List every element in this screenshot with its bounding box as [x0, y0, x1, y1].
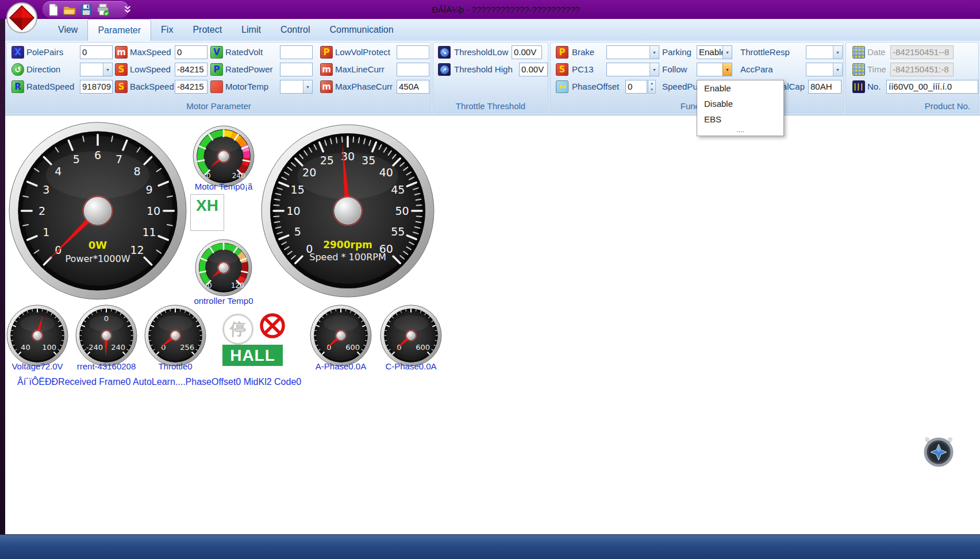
svg-text:40: 40	[379, 166, 393, 179]
svg-text:7: 7	[116, 153, 122, 165]
gauge-current: -2400240	[71, 300, 141, 371]
follow-dropdown-list[interactable]: EnableDisableEBS....	[697, 80, 784, 136]
field-motortemp-dropdown-arrow[interactable]: ▼	[303, 80, 312, 93]
stop-indicator: 停	[222, 314, 253, 345]
arrow-circle-icon: ↗	[440, 65, 449, 74]
field-follow-label: Follow	[662, 62, 695, 77]
application-window: ĐÂÎÄ¼þ - ????????????-?????????? ViewPar…	[0, 0, 980, 559]
field-maxlinecurr-input[interactable]	[397, 63, 429, 76]
field-direction-value	[80, 63, 103, 76]
field-motortemp-combo[interactable]: ▼	[280, 80, 313, 94]
field-lowspeed-label: LowSpeed	[130, 62, 174, 77]
gauge-c-phase-label: C-Phase0.0A	[368, 361, 454, 372]
application-menu-button[interactable]	[6, 2, 38, 34]
field-thresholdhigh-icon: ↗	[438, 63, 451, 76]
field-brake-combo[interactable]: ▼	[606, 45, 659, 59]
field-accpara-dropdown-arrow[interactable]: ▼	[833, 63, 842, 76]
field-brake-dropdown-arrow[interactable]: ▼	[650, 46, 659, 59]
field-throttleresp-combo[interactable]: ▼	[806, 45, 843, 59]
field-throttleresp-dropdown-arrow[interactable]: ▼	[833, 46, 842, 59]
field-date-icon	[852, 46, 865, 59]
field-lowspeed-input[interactable]: -84215	[175, 63, 207, 76]
field-thresholdlow-icon: ↘	[438, 46, 451, 59]
field-thresholdhigh-input[interactable]: 0.00V	[519, 63, 548, 76]
status-line: Âí´ïÔËÐÐReceived Frame0 AutoLearn....Pha…	[17, 377, 301, 387]
field-polepairs-icon: X	[11, 46, 24, 59]
field-ratedvolt-input[interactable]	[280, 45, 313, 59]
field-backspeed-icon: S	[115, 80, 128, 93]
svg-text:3: 3	[43, 183, 49, 196]
field-follow-dropdown-arrow[interactable]: ▼	[722, 63, 732, 76]
field-pc13-dropdown-arrow[interactable]: ▼	[650, 63, 659, 76]
field-ratedspeed-input[interactable]: 918709	[80, 80, 113, 94]
gauge-speed: 0510152025303540455055602900rpmSpeed * 1…	[257, 120, 439, 302]
svg-text:5: 5	[73, 153, 80, 165]
field-ratedpower-input[interactable]	[280, 63, 313, 76]
field-follow-value	[697, 63, 722, 76]
field-date-input[interactable]: -842150451--8	[890, 45, 954, 59]
stop-character: 停	[230, 318, 246, 340]
field-phaseoffset-spin-up-button[interactable]: ▲	[648, 80, 655, 87]
field-maxphasecurr-label: MaxPhaseCurr	[335, 79, 396, 94]
field-totalcap-input[interactable]: 80AH	[808, 80, 841, 94]
svg-text:256: 256	[180, 343, 194, 352]
field-phaseoffset-icon: ↔	[556, 80, 568, 93]
field-maxspeed-label: MaxSpeed	[130, 45, 174, 60]
dropdown-more-indicator[interactable]: ....	[697, 127, 783, 136]
dropdown-option-ebs[interactable]: EBS	[697, 111, 783, 127]
svg-text:240: 240	[232, 172, 245, 180]
hall-status-badge: HALL	[222, 345, 283, 366]
field-no-input[interactable]: íí60V0_00_ííí.í.0	[886, 80, 978, 94]
field-parking-label: Parking	[662, 45, 695, 60]
svg-text:10: 10	[286, 205, 300, 217]
svg-text:40: 40	[21, 343, 30, 352]
field-time-input[interactable]: -842150451:-8	[890, 63, 954, 76]
field-ratedspeed-icon: R	[11, 80, 24, 93]
dropdown-option-enable[interactable]: Enable	[697, 80, 783, 96]
svg-text:45: 45	[391, 183, 405, 196]
field-thresholdlow-label: ThresholdLow	[454, 45, 516, 60]
field-accpara-combo[interactable]: ▼	[806, 63, 843, 76]
field-phaseoffset-label: PhaseOffset	[572, 79, 625, 94]
arrow-circle-icon: ↘	[440, 48, 449, 57]
svg-text:240: 240	[111, 343, 125, 352]
field-pc13-combo[interactable]: ▼	[606, 63, 659, 76]
svg-text:5: 5	[294, 225, 301, 238]
field-pc13-icon: S	[556, 63, 568, 76]
field-no-label: No.	[867, 79, 887, 94]
field-time-label: Time	[867, 62, 889, 77]
field-polepairs-input[interactable]: 0	[80, 45, 113, 59]
field-parking-combo[interactable]: Enable▼	[697, 45, 732, 59]
gauge-c-phase: 0600	[376, 300, 446, 371]
field-maxspeed-input[interactable]: 0	[175, 45, 207, 59]
field-speedpulse-label: SpeedPu	[662, 79, 698, 94]
field-phaseoffset-spinner[interactable]: ▲▼	[648, 80, 656, 94]
svg-text:8: 8	[134, 165, 141, 178]
field-parking-dropdown-arrow[interactable]: ▼	[722, 46, 732, 59]
ribbon-fields-layer: XPolePairs0↺Direction▼RRatedSpeed918709m…	[0, 0, 980, 115]
hall-error-icon	[258, 311, 287, 341]
svg-text:600: 600	[416, 343, 430, 352]
field-time-icon	[852, 63, 865, 76]
field-accpara-label: AccPara	[740, 62, 805, 77]
field-motortemp-icon	[210, 80, 223, 93]
field-ratedpower-icon: P	[210, 63, 223, 76]
field-maxlinecurr-icon: m	[320, 63, 333, 76]
field-maxphasecurr-input[interactable]: 450A	[397, 80, 429, 94]
field-thresholdlow-input[interactable]: 0.00V	[512, 45, 542, 59]
field-direction-combo[interactable]: ▼	[80, 63, 113, 76]
svg-text:0: 0	[206, 172, 211, 180]
field-follow-combo[interactable]: ▼	[697, 63, 732, 76]
field-maxphasecurr-icon: m	[320, 80, 333, 93]
svg-text:50: 50	[395, 205, 409, 217]
field-phaseoffset-input[interactable]: 0	[625, 80, 647, 94]
dropdown-option-disable[interactable]: Disable	[697, 96, 783, 111]
field-throttleresp-value	[806, 46, 833, 59]
field-lowvolprotect-input[interactable]	[397, 45, 429, 59]
field-ratedspeed-label: RatedSpeed	[26, 79, 77, 94]
field-direction-dropdown-arrow[interactable]: ▼	[103, 63, 112, 76]
svg-text:15: 15	[291, 183, 305, 196]
badge-icon[interactable]	[920, 431, 958, 469]
field-phaseoffset-spin-down-button[interactable]: ▼	[648, 87, 655, 93]
field-backspeed-input[interactable]: -84215	[175, 80, 207, 94]
